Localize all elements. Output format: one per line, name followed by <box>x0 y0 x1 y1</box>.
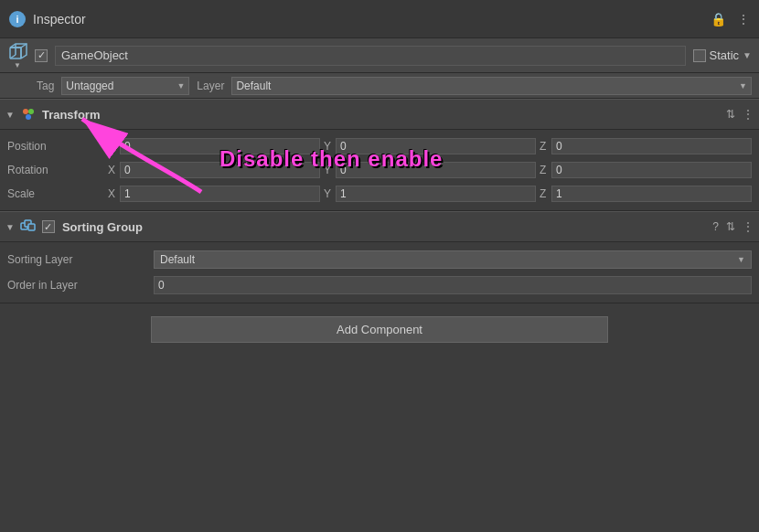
svg-rect-11 <box>28 224 35 230</box>
inspector-window: i Inspector 🔒 ⋮ ▼ Static ▼ <box>0 0 759 532</box>
position-xyz: X Y Z <box>108 138 752 154</box>
scale-y-item: Y <box>324 186 536 202</box>
rotation-x-item: X <box>108 162 320 178</box>
order-in-layer-label: Order in Layer <box>7 279 154 292</box>
layer-select-arrow: ▼ <box>739 81 747 90</box>
transform-menu-icon[interactable]: ⋮ <box>743 108 754 121</box>
scale-x-item: X <box>108 186 320 202</box>
layer-select[interactable]: Default ▼ <box>231 77 752 95</box>
position-z-input[interactable] <box>551 138 752 154</box>
tag-label: Tag <box>37 80 54 92</box>
transform-collapse-arrow[interactable]: ▼ <box>5 110 15 120</box>
scale-row: Scale X Y Z <box>7 183 752 205</box>
scale-x-letter: X <box>108 187 117 200</box>
position-label: Position <box>7 140 108 153</box>
static-dropdown-arrow[interactable]: ▼ <box>743 50 752 60</box>
scale-z-letter: Z <box>540 187 549 200</box>
scale-x-input[interactable] <box>120 186 320 202</box>
static-label: Static <box>710 48 740 62</box>
add-component-button[interactable]: Add Component <box>151 316 608 343</box>
sorting-title: Sorting Group <box>62 220 143 234</box>
transform-icon <box>20 106 37 122</box>
scale-xyz: X Y Z <box>108 186 752 202</box>
rotation-z-input[interactable] <box>551 162 752 178</box>
scale-y-letter: Y <box>324 187 333 200</box>
rotation-z-item: Z <box>540 162 752 178</box>
position-x-input[interactable] <box>120 138 320 154</box>
tag-layer-row: Tag Untagged ▼ Layer Default ▼ <box>0 73 759 99</box>
scale-z-item: Z <box>540 186 752 202</box>
cube-icon-container: ▼ <box>7 41 27 69</box>
gameobject-icon-arrow[interactable]: ▼ <box>14 61 21 69</box>
position-y-item: Y <box>324 138 536 154</box>
sorting-layer-arrow: ▼ <box>737 255 745 264</box>
tag-select-arrow: ▼ <box>176 81 185 90</box>
sorting-collapse-arrow[interactable]: ▼ <box>5 222 15 232</box>
sorting-layer-row: Sorting Layer Default ▼ <box>7 248 752 271</box>
svg-point-8 <box>26 114 31 120</box>
svg-point-7 <box>28 109 34 114</box>
static-area: Static ▼ <box>693 48 752 62</box>
sorting-layer-label: Sorting Layer <box>7 253 154 266</box>
position-z-item: Z <box>540 138 752 154</box>
title-bar-right: 🔒 ⋮ <box>711 12 750 27</box>
position-y-letter: Y <box>324 140 333 153</box>
rotation-xyz: X Y Z <box>108 162 752 178</box>
rotation-x-input[interactable] <box>120 162 320 178</box>
sorting-settings-icon[interactable]: ⇅ <box>726 220 735 233</box>
sorting-body: Sorting Layer Default ▼ Order in Layer <box>0 242 759 303</box>
gameobject-name-input[interactable] <box>55 46 686 66</box>
sorting-section-right: ? ⇅ ⋮ <box>712 220 754 233</box>
transform-body: Position X Y Z Rotation X <box>0 130 759 211</box>
rotation-z-letter: Z <box>540 164 549 176</box>
rotation-label: Rotation <box>7 164 108 176</box>
sorting-layer-select[interactable]: Default ▼ <box>154 250 752 269</box>
title-bar: i Inspector 🔒 ⋮ <box>0 0 759 38</box>
transform-section-header: ▼ Transform ⇅ ⋮ <box>0 99 759 130</box>
rotation-x-letter: X <box>108 164 117 176</box>
sorting-group-icon <box>20 218 37 235</box>
static-checkbox[interactable] <box>693 49 706 62</box>
layer-label: Layer <box>197 80 224 92</box>
info-icon: i <box>9 11 26 27</box>
menu-icon[interactable]: ⋮ <box>737 12 750 27</box>
transform-title: Transform <box>42 108 101 122</box>
rotation-y-input[interactable] <box>336 162 536 178</box>
scale-z-input[interactable] <box>551 186 752 202</box>
rotation-y-letter: Y <box>324 164 333 176</box>
scale-label: Scale <box>7 187 108 200</box>
position-z-letter: Z <box>540 140 549 153</box>
order-in-layer-input[interactable] <box>154 276 752 294</box>
add-component-area: Add Component <box>0 303 759 356</box>
gameobject-enabled-checkbox[interactable] <box>35 49 48 62</box>
title-bar-left: i Inspector <box>9 11 86 27</box>
position-x-item: X <box>108 138 320 154</box>
cube-icon <box>7 41 27 61</box>
transform-section-right: ⇅ ⋮ <box>726 108 754 121</box>
lock-icon[interactable]: 🔒 <box>711 12 726 27</box>
window-title: Inspector <box>33 12 86 27</box>
rotation-y-item: Y <box>324 162 536 178</box>
sorting-enabled-checkbox[interactable] <box>42 220 55 233</box>
order-in-layer-row: Order in Layer <box>7 273 752 297</box>
position-row: Position X Y Z <box>7 135 752 157</box>
sorting-menu-icon[interactable]: ⋮ <box>743 220 754 233</box>
position-y-input[interactable] <box>336 138 536 154</box>
position-x-letter: X <box>108 140 117 153</box>
scale-y-input[interactable] <box>336 186 536 202</box>
sorting-help-icon[interactable]: ? <box>712 220 719 233</box>
svg-point-6 <box>23 109 28 114</box>
gameobject-row: ▼ Static ▼ <box>0 38 759 73</box>
sorting-group-section-header: ▼ Sorting Group ? ⇅ ⋮ <box>0 211 759 242</box>
transform-settings-icon[interactable]: ⇅ <box>726 108 735 121</box>
rotation-row: Rotation X Y Z <box>7 159 752 181</box>
tag-select[interactable]: Untagged ▼ <box>61 77 189 95</box>
